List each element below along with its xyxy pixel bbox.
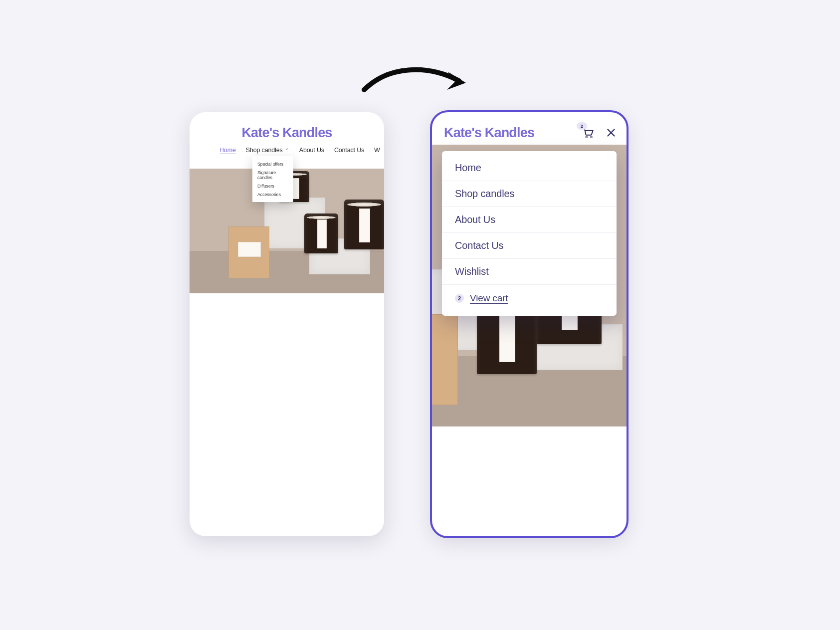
menu-item-view-cart[interactable]: 2 View cart xyxy=(442,285,617,313)
nav-link-contact[interactable]: Contact Us xyxy=(334,147,364,154)
menu-item-shop-candles[interactable]: Shop candles xyxy=(442,181,617,207)
svg-point-0 xyxy=(586,136,587,138)
nav-link-home[interactable]: Home xyxy=(219,147,236,154)
nav-link-shop-label: Shop candles xyxy=(246,147,283,154)
mobile-nav-menu: Home Shop candles About Us Contact Us Wi… xyxy=(442,151,617,316)
dropdown-item-signature-candles[interactable]: Signature candles xyxy=(252,168,293,182)
dropdown-item-diffusers[interactable]: Diffusers xyxy=(252,182,293,190)
shop-candles-dropdown: Special offers Signature candles Diffuse… xyxy=(252,156,293,202)
nav-link-shop-candles[interactable]: Shop candles ⌃ xyxy=(246,147,289,154)
menu-item-contact[interactable]: Contact Us xyxy=(442,233,617,259)
close-icon xyxy=(605,126,618,139)
chevron-up-icon: ⌃ xyxy=(285,148,289,153)
dropdown-item-accessories[interactable]: Accessories xyxy=(252,190,293,199)
menu-item-wishlist[interactable]: Wishlist xyxy=(442,259,617,285)
close-menu-button[interactable] xyxy=(605,126,618,139)
brand-title: Kate's Kandles xyxy=(190,112,384,147)
view-cart-label: View cart xyxy=(470,293,508,304)
menu-item-about[interactable]: About Us xyxy=(442,207,617,233)
dropdown-item-special-offers[interactable]: Special offers xyxy=(252,160,293,168)
cart-badge: 2 xyxy=(577,122,587,130)
mockup-device-after: Kate's Kandles 2 Ho xyxy=(432,112,627,536)
nav-link-wishlist-truncated[interactable]: W xyxy=(374,147,380,154)
menu-item-home[interactable]: Home xyxy=(442,154,617,181)
svg-point-1 xyxy=(591,136,592,138)
cart-badge: 2 xyxy=(455,294,464,303)
nav-link-about[interactable]: About Us xyxy=(299,147,324,154)
transition-arrow-icon xyxy=(359,60,474,100)
mockup-device-before: Kate's Kandles Home Shop candles ⌃ About… xyxy=(190,112,384,536)
cart-button[interactable]: 2 xyxy=(582,126,595,139)
